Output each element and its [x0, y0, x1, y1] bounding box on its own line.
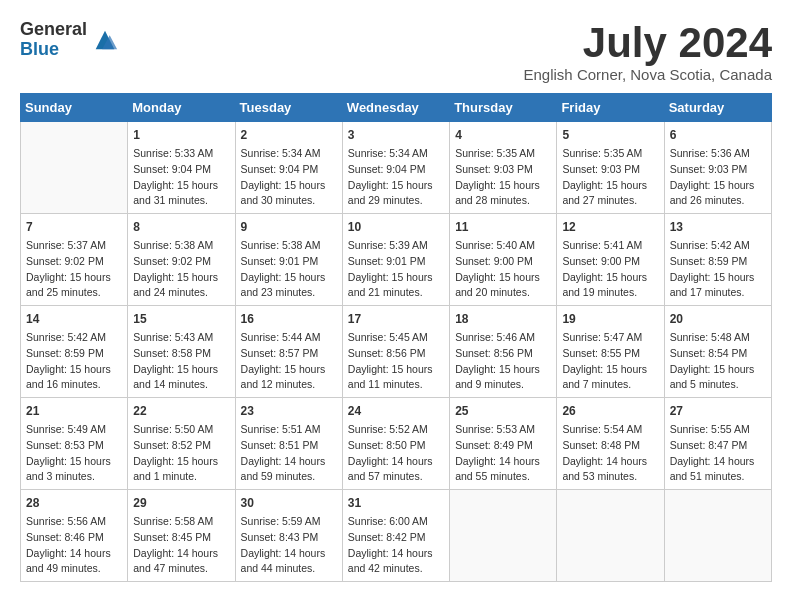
cell-content: Sunset: 8:58 PM [133, 346, 229, 362]
day-number: 3 [348, 126, 444, 144]
calendar-cell [664, 490, 771, 582]
cell-content: Sunrise: 5:42 AM [26, 330, 122, 346]
location: English Corner, Nova Scotia, Canada [524, 66, 772, 83]
cell-content: Daylight: 14 hours [670, 454, 766, 470]
cell-content: Sunrise: 5:45 AM [348, 330, 444, 346]
calendar-cell: 31Sunrise: 6:00 AMSunset: 8:42 PMDayligh… [342, 490, 449, 582]
cell-content: Daylight: 14 hours [455, 454, 551, 470]
cell-content: Sunrise: 5:39 AM [348, 238, 444, 254]
calendar-cell: 12Sunrise: 5:41 AMSunset: 9:00 PMDayligh… [557, 214, 664, 306]
cell-content: Daylight: 14 hours [348, 454, 444, 470]
cell-content: Daylight: 15 hours [26, 270, 122, 286]
cell-content: Sunset: 8:55 PM [562, 346, 658, 362]
cell-content: Sunset: 8:43 PM [241, 530, 337, 546]
cell-content: and 14 minutes. [133, 377, 229, 393]
cell-content: Sunrise: 5:35 AM [455, 146, 551, 162]
calendar-cell: 7Sunrise: 5:37 AMSunset: 9:02 PMDaylight… [21, 214, 128, 306]
cell-content: and 9 minutes. [455, 377, 551, 393]
cell-content: Sunrise: 5:48 AM [670, 330, 766, 346]
cell-content: Sunset: 9:03 PM [670, 162, 766, 178]
day-number: 11 [455, 218, 551, 236]
cell-content: Daylight: 14 hours [241, 546, 337, 562]
cell-content: and 20 minutes. [455, 285, 551, 301]
calendar-cell: 6Sunrise: 5:36 AMSunset: 9:03 PMDaylight… [664, 122, 771, 214]
day-number: 2 [241, 126, 337, 144]
cell-content: Sunset: 8:57 PM [241, 346, 337, 362]
cell-content: Sunset: 9:03 PM [562, 162, 658, 178]
cell-content: Sunrise: 5:36 AM [670, 146, 766, 162]
cell-content: and 49 minutes. [26, 561, 122, 577]
cell-content: Sunrise: 5:41 AM [562, 238, 658, 254]
day-number: 31 [348, 494, 444, 512]
cell-content: Daylight: 15 hours [133, 270, 229, 286]
day-number: 4 [455, 126, 551, 144]
cell-content: Sunset: 8:46 PM [26, 530, 122, 546]
logo-blue: Blue [20, 40, 87, 60]
cell-content: Sunrise: 5:55 AM [670, 422, 766, 438]
calendar-cell: 24Sunrise: 5:52 AMSunset: 8:50 PMDayligh… [342, 398, 449, 490]
calendar-cell: 29Sunrise: 5:58 AMSunset: 8:45 PMDayligh… [128, 490, 235, 582]
calendar-cell: 27Sunrise: 5:55 AMSunset: 8:47 PMDayligh… [664, 398, 771, 490]
cell-content: Sunset: 9:04 PM [241, 162, 337, 178]
cell-content: and 11 minutes. [348, 377, 444, 393]
day-number: 25 [455, 402, 551, 420]
calendar-week-row: 14Sunrise: 5:42 AMSunset: 8:59 PMDayligh… [21, 306, 772, 398]
cell-content: Daylight: 15 hours [348, 178, 444, 194]
day-number: 24 [348, 402, 444, 420]
calendar-cell: 19Sunrise: 5:47 AMSunset: 8:55 PMDayligh… [557, 306, 664, 398]
cell-content: and 16 minutes. [26, 377, 122, 393]
calendar-cell: 9Sunrise: 5:38 AMSunset: 9:01 PMDaylight… [235, 214, 342, 306]
calendar-cell: 21Sunrise: 5:49 AMSunset: 8:53 PMDayligh… [21, 398, 128, 490]
day-number: 15 [133, 310, 229, 328]
cell-content: Daylight: 15 hours [455, 270, 551, 286]
cell-content: and 21 minutes. [348, 285, 444, 301]
logo-general: General [20, 20, 87, 40]
cell-content: Sunset: 8:48 PM [562, 438, 658, 454]
logo: General Blue [20, 20, 119, 60]
cell-content: and 55 minutes. [455, 469, 551, 485]
cell-content: Daylight: 14 hours [26, 546, 122, 562]
cell-content: Daylight: 15 hours [562, 270, 658, 286]
cell-content: and 57 minutes. [348, 469, 444, 485]
weekday-header-wednesday: Wednesday [342, 94, 449, 122]
cell-content: Sunrise: 5:43 AM [133, 330, 229, 346]
day-number: 21 [26, 402, 122, 420]
cell-content: Daylight: 15 hours [455, 362, 551, 378]
cell-content: Sunset: 8:56 PM [348, 346, 444, 362]
day-number: 12 [562, 218, 658, 236]
calendar-week-row: 1Sunrise: 5:33 AMSunset: 9:04 PMDaylight… [21, 122, 772, 214]
cell-content: and 5 minutes. [670, 377, 766, 393]
cell-content: Sunrise: 5:34 AM [348, 146, 444, 162]
calendar-cell: 8Sunrise: 5:38 AMSunset: 9:02 PMDaylight… [128, 214, 235, 306]
cell-content: and 29 minutes. [348, 193, 444, 209]
cell-content: Sunrise: 5:42 AM [670, 238, 766, 254]
day-number: 27 [670, 402, 766, 420]
cell-content: Sunset: 8:53 PM [26, 438, 122, 454]
cell-content: and 23 minutes. [241, 285, 337, 301]
cell-content: Sunrise: 5:54 AM [562, 422, 658, 438]
cell-content: and 42 minutes. [348, 561, 444, 577]
day-number: 1 [133, 126, 229, 144]
cell-content: Sunset: 9:01 PM [241, 254, 337, 270]
day-number: 29 [133, 494, 229, 512]
cell-content: Sunrise: 5:50 AM [133, 422, 229, 438]
cell-content: Daylight: 15 hours [348, 362, 444, 378]
cell-content: Daylight: 15 hours [241, 270, 337, 286]
day-number: 14 [26, 310, 122, 328]
cell-content: Daylight: 15 hours [670, 270, 766, 286]
cell-content: Sunrise: 5:37 AM [26, 238, 122, 254]
calendar-cell [557, 490, 664, 582]
day-number: 5 [562, 126, 658, 144]
cell-content: Daylight: 15 hours [26, 454, 122, 470]
cell-content: Sunset: 8:52 PM [133, 438, 229, 454]
cell-content: Sunset: 8:51 PM [241, 438, 337, 454]
logo-text: General Blue [20, 20, 87, 60]
calendar-cell: 1Sunrise: 5:33 AMSunset: 9:04 PMDaylight… [128, 122, 235, 214]
weekday-header-row: SundayMondayTuesdayWednesdayThursdayFrid… [21, 94, 772, 122]
cell-content: Daylight: 15 hours [133, 178, 229, 194]
cell-content: Sunrise: 5:44 AM [241, 330, 337, 346]
cell-content: Daylight: 15 hours [133, 362, 229, 378]
calendar-cell: 28Sunrise: 5:56 AMSunset: 8:46 PMDayligh… [21, 490, 128, 582]
calendar-cell: 14Sunrise: 5:42 AMSunset: 8:59 PMDayligh… [21, 306, 128, 398]
cell-content: Sunset: 8:54 PM [670, 346, 766, 362]
